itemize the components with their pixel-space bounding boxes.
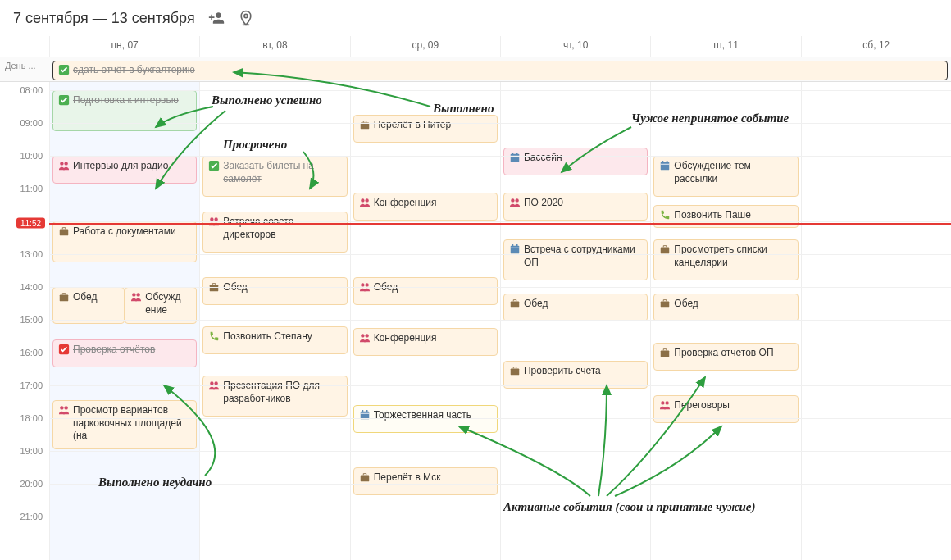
svg-rect-47 <box>661 247 670 253</box>
event-title: Переговоры <box>674 399 792 412</box>
calendar-event[interactable]: Обед <box>52 287 125 324</box>
event-title: Заказать билеты на самолёт <box>223 160 341 185</box>
location-icon[interactable] <box>238 10 254 26</box>
grid-body: 08:0009:0010:0011:0012:0013:0014:0015:00… <box>0 82 951 560</box>
brief-icon <box>359 119 371 130</box>
day-header[interactable]: ср, 09 <box>350 36 500 57</box>
now-line <box>49 223 951 225</box>
calendar-event[interactable]: Подготовка к интервью <box>52 90 197 131</box>
svg-rect-48 <box>661 301 670 307</box>
calendar-event[interactable]: Встреча совета директоров <box>202 212 347 253</box>
people-icon <box>58 160 70 171</box>
event-title: ПО 2020 <box>524 197 642 210</box>
time-label: 19:00 <box>20 446 43 456</box>
time-column: 08:0009:0010:0011:0012:0013:0014:0015:00… <box>0 82 49 560</box>
calendar-event[interactable]: Проверка отчетов ОП <box>653 343 798 371</box>
add-people-icon[interactable] <box>208 10 225 26</box>
brief-icon <box>509 298 521 309</box>
people-icon <box>659 399 671 411</box>
svg-point-23 <box>365 283 368 286</box>
calendar-event[interactable]: Обед <box>653 294 798 321</box>
calendar-event[interactable]: Конференция <box>353 193 498 221</box>
check-icon <box>58 94 70 106</box>
time-label: 13:00 <box>20 249 43 259</box>
day-header[interactable]: пт, 11 <box>650 36 800 57</box>
phone-icon <box>659 209 671 221</box>
brief-icon <box>509 365 521 376</box>
calendar-event[interactable]: Торжественная часть <box>353 405 498 433</box>
svg-point-21 <box>365 198 368 202</box>
event-title: Обсуждение тем рассылки <box>674 160 792 185</box>
time-label: 10:00 <box>20 151 43 161</box>
day-col-wed[interactable]: Перелёт в ПитерКонференцияОбедКонференци… <box>350 82 500 560</box>
event-title: Конференция <box>374 197 492 210</box>
allday-row: День ... сдать отчёт в бухгалтерию <box>0 57 951 82</box>
calendar-event[interactable]: Обед <box>202 277 347 305</box>
svg-rect-41 <box>511 301 520 307</box>
calendar-event[interactable]: Интервью для радио <box>52 156 197 184</box>
svg-point-8 <box>132 293 135 296</box>
svg-rect-49 <box>661 350 670 357</box>
event-title: Торжественная часть <box>374 409 492 422</box>
allday-label: День ... <box>0 57 49 81</box>
svg-point-17 <box>211 381 214 385</box>
day-headers: пн, 07 вт, 08 ср, 09 чт, 10 пт, 11 сб, 1… <box>0 36 951 57</box>
day-col-fri[interactable]: Обсуждение тем рассылкиПозвонить ПашеПро… <box>650 82 800 560</box>
calendar-event[interactable]: Работа с документами <box>52 221 197 262</box>
day-header[interactable]: пн, 07 <box>49 36 199 57</box>
event-title: Проверить счета <box>524 365 642 378</box>
calendar-event[interactable]: Обсуждение тем рассылки <box>653 156 798 197</box>
day-col-thu[interactable]: БассейнПО 2020Встреча с сотрудниками ОПО… <box>500 82 650 560</box>
day-header[interactable]: чт, 10 <box>500 36 650 57</box>
time-label: 09:00 <box>20 118 43 128</box>
now-time-badge: 11:52 <box>16 218 45 229</box>
brief-icon <box>58 291 70 303</box>
svg-point-15 <box>215 217 218 221</box>
time-label: 15:00 <box>20 315 43 325</box>
calendar-event[interactable]: Бассейн <box>503 148 648 175</box>
svg-point-22 <box>361 283 364 286</box>
day-col-tue[interactable]: Заказать билеты на самолётВстреча совета… <box>199 82 349 560</box>
time-label: 08:00 <box>20 85 43 95</box>
svg-point-14 <box>211 217 214 221</box>
calendar-event[interactable]: Конференция <box>353 328 498 356</box>
allday-event[interactable]: сдать отчёт в бухгалтерию <box>52 61 948 80</box>
event-title: Работа с документами <box>73 225 191 239</box>
day-columns: Подготовка к интервьюИнтервью для радиоР… <box>49 82 951 560</box>
event-title: Обед <box>674 298 792 311</box>
svg-point-11 <box>60 406 63 409</box>
brief-icon <box>659 298 671 309</box>
svg-point-4 <box>60 162 63 165</box>
calendar-event[interactable]: Встреча с сотрудниками ОП <box>503 239 648 280</box>
svg-rect-6 <box>60 229 69 235</box>
day-col-mon[interactable]: Подготовка к интервьюИнтервью для радиоР… <box>49 82 199 560</box>
svg-rect-37 <box>511 246 520 254</box>
calendar-event[interactable]: Просмотр вариантов парковочных площадей … <box>52 400 197 449</box>
people-icon <box>359 197 371 208</box>
day-header[interactable]: вт, 08 <box>199 36 349 57</box>
calendar-event[interactable]: ПО 2020 <box>503 193 648 221</box>
brief-icon <box>659 244 671 255</box>
calendar-event[interactable]: Просмотреть списки канцелярии <box>653 239 798 280</box>
calendar-event[interactable]: Заказать билеты на самолёт <box>202 156 347 197</box>
svg-rect-42 <box>511 368 520 375</box>
calendar-event[interactable]: Проверить счета <box>503 361 648 389</box>
event-title: Конференция <box>374 332 492 345</box>
calendar-event[interactable]: Презентация ПО для разработчиков <box>202 376 347 417</box>
calendar-event[interactable]: Обед <box>353 277 498 305</box>
calendar-event[interactable]: Обсужд ение <box>125 287 197 324</box>
time-label: 16:00 <box>20 348 43 357</box>
calendar-event[interactable]: Обед <box>503 294 648 321</box>
calendar-event[interactable]: Позвонить Степану <box>202 326 347 354</box>
svg-point-0 <box>244 14 248 17</box>
day-col-sat[interactable] <box>801 82 951 560</box>
calendar-event[interactable]: Перелёт в Мск <box>353 467 498 495</box>
svg-point-36 <box>515 198 518 202</box>
calendar-event[interactable]: Перелёт в Питер <box>353 115 498 143</box>
calendar-grid: пн, 07 вт, 08 ср, 09 чт, 10 пт, 11 сб, 1… <box>0 36 951 560</box>
event-title: Обед <box>73 291 119 304</box>
day-header[interactable]: сб, 12 <box>801 36 951 57</box>
event-title: Встреча совета директоров <box>223 216 341 241</box>
brief-icon <box>58 225 70 237</box>
calendar-event[interactable]: Проверка отчётов <box>52 339 197 367</box>
